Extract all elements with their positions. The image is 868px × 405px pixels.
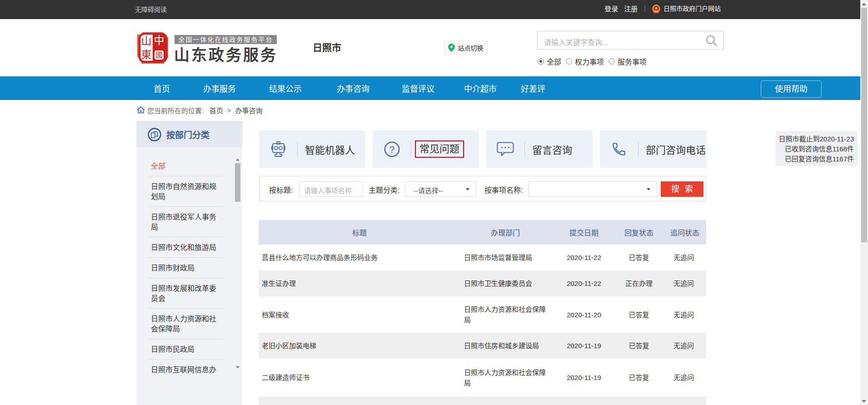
svg-text:東: 東 <box>141 49 152 60</box>
svg-text:國: 國 <box>155 51 163 59</box>
svg-text:中: 中 <box>154 35 165 46</box>
svg-text:山: 山 <box>141 35 152 47</box>
svg-text:?: ? <box>389 144 394 155</box>
